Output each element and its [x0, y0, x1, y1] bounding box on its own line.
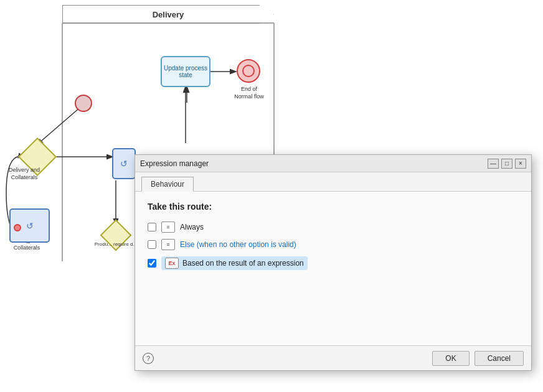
- take-route-title: Take this route:: [148, 202, 519, 212]
- expression-selected-row: Ex Based on the result of an expression: [161, 256, 308, 270]
- tab-behaviour[interactable]: Behaviour: [141, 177, 194, 192]
- close-button[interactable]: ×: [515, 159, 526, 169]
- checkbox-always[interactable]: [148, 223, 156, 231]
- cancel-button[interactable]: Cancel: [475, 351, 524, 366]
- expression-label[interactable]: Based on the result of an expression: [182, 259, 304, 268]
- expression-manager-dialog: Expression manager — □ × Behaviour Take …: [135, 154, 532, 371]
- dialog-footer: ? OK Cancel: [135, 345, 531, 370]
- help-icon[interactable]: ?: [143, 353, 154, 364]
- dialog-body: Take this route: ≡ Always ≡ Else (when n…: [135, 192, 531, 345]
- expression-icon: Ex: [165, 258, 179, 269]
- dialog-controls: — □ ×: [488, 159, 526, 169]
- checkbox-else[interactable]: [148, 240, 156, 249]
- minimize-button[interactable]: —: [488, 159, 499, 169]
- dialog-titlebar[interactable]: Expression manager — □ ×: [135, 155, 531, 172]
- ok-button[interactable]: OK: [432, 351, 469, 366]
- always-label[interactable]: Always: [180, 223, 204, 231]
- dialog-tabs: Behaviour: [135, 172, 531, 192]
- else-label[interactable]: Else (when no other option is valid): [180, 240, 296, 249]
- route-option-else: ≡ Else (when no other option is valid): [148, 239, 519, 250]
- checkbox-expression[interactable]: [148, 259, 156, 268]
- footer-buttons: OK Cancel: [432, 351, 524, 366]
- dialog-title: Expression manager: [140, 159, 488, 168]
- always-icon: ≡: [161, 222, 175, 233]
- route-option-always: ≡ Always: [148, 222, 519, 233]
- else-icon: ≡: [161, 239, 175, 250]
- maximize-button[interactable]: □: [501, 159, 512, 169]
- route-option-expression: Ex Based on the result of an expression: [148, 256, 519, 270]
- dialog-overlay: Expression manager — □ × Behaviour Take …: [0, 0, 543, 392]
